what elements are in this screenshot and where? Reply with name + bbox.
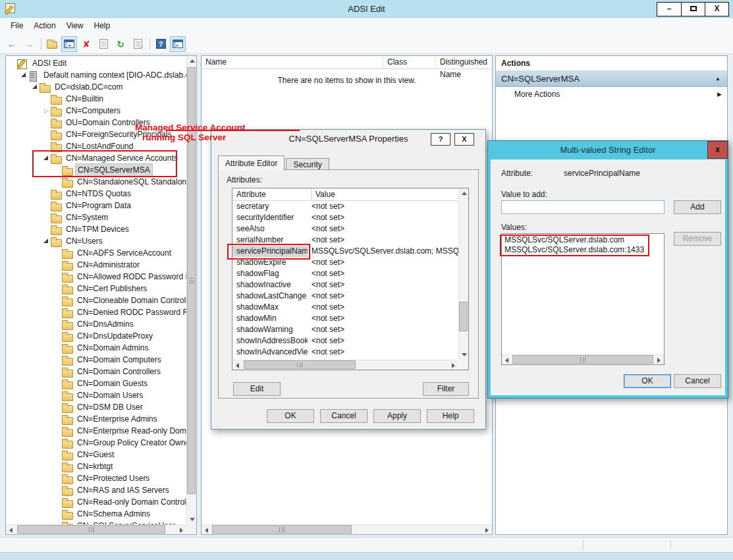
attribute-row[interactable]: shadowMax<not set> (232, 302, 458, 313)
attribute-row[interactable]: shadowLastChange<not set> (232, 291, 458, 302)
actions-group-header[interactable]: CN=SQLServerMSA ▲ (496, 71, 727, 87)
tree-item[interactable]: CN=Cert Publishers (6, 283, 186, 294)
column-header-distinguished-name[interactable]: Distinguished Name (436, 56, 492, 69)
scroll-left-icon[interactable] (6, 525, 16, 535)
filter-button[interactable]: Filter (423, 382, 469, 396)
expand-open-icon[interactable] (32, 84, 37, 89)
attribute-row[interactable]: shadowInactive<not set> (232, 279, 458, 291)
dialog-close-button[interactable]: x (707, 141, 728, 159)
scrollbar-thumb[interactable] (244, 360, 356, 369)
attribute-row[interactable]: securityIdentifier<not set> (232, 212, 458, 223)
table-horizontal-scrollbar[interactable] (232, 360, 458, 370)
scroll-right-icon[interactable] (176, 525, 186, 535)
attribute-row[interactable]: shadowWarning<not set> (232, 324, 458, 335)
expand-closed-icon[interactable]: ▷ (42, 105, 51, 117)
scroll-right-icon[interactable] (654, 355, 664, 365)
tab-attribute-editor[interactable]: Attribute Editor (218, 155, 285, 171)
tree-item[interactable]: CN=RAS and IAS Servers (6, 484, 186, 496)
tree-item[interactable]: CN=Enterprise Read-only Domain (6, 425, 186, 437)
scroll-right-icon[interactable] (482, 525, 492, 535)
tree-item[interactable]: CN=System (6, 211, 186, 223)
apply-button[interactable]: Apply (373, 409, 421, 423)
expand-open-icon[interactable] (21, 72, 26, 77)
tree-item[interactable]: CN=Users (6, 235, 186, 247)
tree-item[interactable]: ▷CN=Computers (6, 105, 186, 117)
list-horizontal-scrollbar[interactable] (202, 524, 492, 534)
tree-item[interactable]: ADSI Edit (6, 57, 186, 69)
scroll-left-icon[interactable] (202, 525, 211, 535)
dialog-help-button[interactable]: ? (431, 133, 450, 146)
scroll-left-icon[interactable] (502, 355, 512, 365)
scroll-up-icon[interactable] (459, 188, 469, 198)
close-button[interactable]: X (705, 3, 728, 16)
forward-icon[interactable]: → (21, 36, 37, 52)
back-icon[interactable]: ← (4, 36, 20, 52)
scroll-down-icon[interactable] (459, 350, 469, 360)
properties-icon[interactable] (95, 36, 111, 52)
tree-item[interactable]: DC=dslab,DC=com (6, 81, 186, 93)
value-to-add-input[interactable] (501, 200, 665, 214)
tree-item[interactable]: CN=TPM Devices (6, 223, 186, 235)
attribute-row[interactable]: showInAddressBook<not set> (232, 335, 458, 347)
attribute-row[interactable]: secretary<not set> (232, 201, 458, 212)
menu-view[interactable]: View (61, 18, 89, 34)
collapse-icon[interactable]: ▲ (715, 71, 720, 87)
scroll-left-icon[interactable] (232, 360, 242, 370)
scrollbar-thumb[interactable] (512, 355, 653, 364)
maximize-button[interactable] (681, 3, 705, 16)
tree-item[interactable]: CN=Cloneable Domain Controller (6, 294, 186, 306)
tree-item[interactable]: CN=DnsUpdateProxy (6, 330, 186, 342)
tree-item[interactable]: CN=Program Data (6, 200, 186, 211)
tree-item[interactable]: CN=Group Policy Creator Owners (6, 437, 186, 449)
scroll-down-icon[interactable] (187, 515, 197, 524)
tree-item[interactable]: Default naming context [DIO-ADC.dslab.co… (6, 69, 186, 81)
refresh-icon[interactable]: ↻ (113, 36, 128, 52)
edit-button[interactable]: Edit (233, 382, 281, 396)
menu-file[interactable]: File (5, 18, 28, 34)
minimize-button[interactable]: – (657, 3, 681, 16)
expand-open-icon[interactable] (43, 238, 48, 243)
values-horizontal-scrollbar[interactable] (502, 354, 664, 364)
column-header-name[interactable]: Name (202, 56, 383, 69)
tree-item[interactable]: CN=Domain Guests (6, 378, 186, 389)
tree-item[interactable]: CN=SQLServerServiceUser (6, 520, 186, 524)
more-actions-item[interactable]: More Actions ▶ (496, 87, 727, 101)
column-header-class[interactable]: Class (383, 56, 436, 69)
attribute-row[interactable]: seeAlso<not set> (232, 223, 458, 235)
scrollbar-thumb[interactable] (459, 302, 468, 331)
show-console-tree-icon[interactable]: ◂ (61, 36, 77, 52)
attribute-row[interactable]: shadowMin<not set> (232, 313, 458, 324)
tree-item[interactable]: CN=StandaloneSQL StandaloneSQ (6, 176, 186, 188)
help-button[interactable]: Help (427, 409, 474, 423)
tree-horizontal-scrollbar[interactable] (6, 524, 186, 534)
tree-item[interactable]: CN=Domain Computers (6, 354, 186, 366)
tree-item[interactable]: CN=Schema Admins (6, 508, 186, 520)
scrollbar-thumb[interactable] (212, 525, 352, 534)
cancel-button[interactable]: Cancel (674, 374, 721, 388)
tree-item[interactable]: CN=Domain Controllers (6, 366, 186, 378)
tree-item[interactable]: CN=DSM DB User (6, 401, 186, 413)
tree-item[interactable]: CN=krbtgt (6, 461, 186, 472)
tree-item[interactable]: CN=Protected Users (6, 472, 186, 484)
tree-item[interactable]: CN=Administrator (6, 259, 186, 271)
tree-item[interactable]: CN=Domain Admins (6, 342, 186, 354)
add-button[interactable]: Add (674, 200, 721, 214)
scroll-right-icon[interactable] (448, 360, 458, 370)
up-one-level-icon[interactable]: ↑ (44, 36, 60, 52)
tree-item[interactable]: CN=Read-only Domain Controller (6, 496, 186, 508)
tree-item[interactable]: CN=Allowed RODC Password Rep (6, 271, 186, 283)
tree-item[interactable]: CN=ADFS ServiceAccount (6, 247, 186, 259)
menu-help[interactable]: Help (89, 18, 116, 34)
column-header-value[interactable]: Value (312, 188, 468, 200)
tree-item[interactable]: CN=DnsAdmins (6, 318, 186, 330)
menu-action[interactable]: Action (28, 18, 61, 34)
tree-item[interactable]: CN=Builtin (6, 93, 186, 105)
tree-item[interactable]: CN=Guest (6, 449, 186, 461)
help-icon[interactable]: ? (153, 36, 169, 52)
show-action-pane-icon[interactable]: ▸ (170, 36, 186, 52)
cancel-button[interactable]: Cancel (320, 409, 367, 423)
tree-item[interactable]: CN=Enterprise Admins (6, 413, 186, 425)
tree-item[interactable]: CN=Denied RODC Password Repli (6, 306, 186, 318)
ok-button[interactable]: OK (267, 409, 314, 423)
delete-icon[interactable]: ✘ (78, 36, 94, 52)
